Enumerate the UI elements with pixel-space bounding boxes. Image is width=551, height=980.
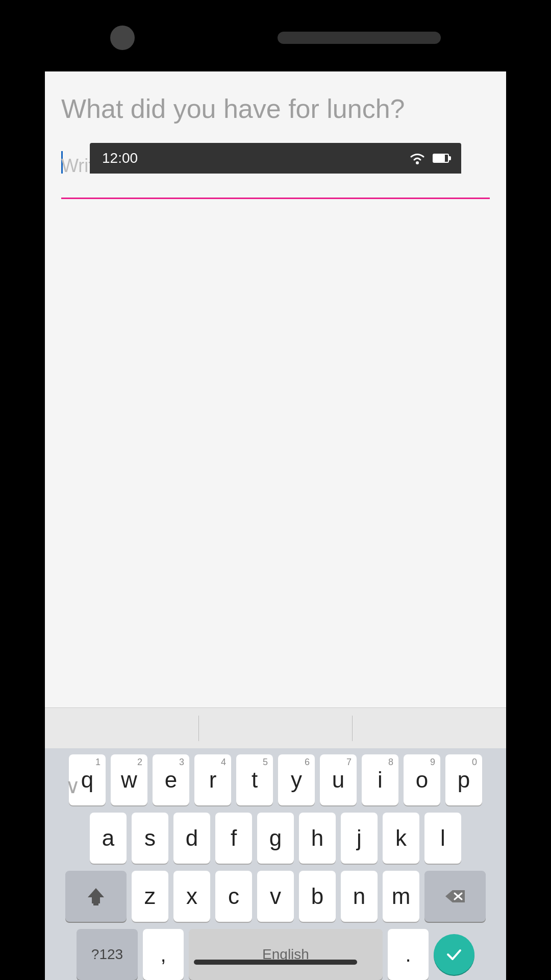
suggestion-item-3[interactable]	[353, 708, 506, 748]
speaker-bar	[278, 32, 441, 44]
enter-key[interactable]	[434, 934, 474, 975]
svg-point-0	[416, 161, 419, 164]
key-m[interactable]: m	[383, 871, 419, 922]
key-k[interactable]: k	[383, 813, 419, 864]
backspace-icon	[442, 886, 468, 906]
status-time: 12:00	[102, 150, 138, 166]
key-o[interactable]: 9 o	[404, 754, 440, 805]
key-p[interactable]: 0 p	[445, 754, 482, 805]
input-cursor	[61, 151, 63, 174]
backspace-key[interactable]	[424, 871, 486, 922]
wifi-icon	[408, 151, 427, 165]
period-key[interactable]: .	[388, 929, 429, 980]
key-l[interactable]: l	[424, 813, 461, 864]
chevron-down-icon[interactable]: ∨	[65, 774, 80, 798]
nav-bar: ∨	[45, 633, 359, 939]
status-bar: 12:00	[90, 143, 461, 174]
battery-icon	[433, 154, 449, 163]
key-i[interactable]: 8 i	[362, 754, 398, 805]
camera-dot	[110, 26, 135, 50]
top-decoration	[110, 26, 441, 50]
question-text: What did you have for lunch?	[61, 92, 490, 127]
checkmark-icon	[444, 944, 464, 965]
status-icons	[408, 151, 449, 165]
system-bottom-bar	[194, 960, 357, 965]
